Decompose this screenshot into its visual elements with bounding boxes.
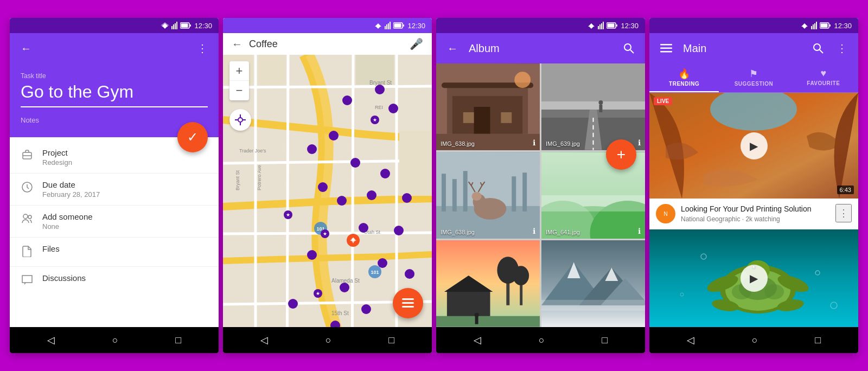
menu-fab[interactable] (393, 288, 423, 318)
status-icons-1 (161, 22, 191, 29)
photo-6[interactable] (541, 240, 645, 327)
battery-icon-2 (393, 22, 404, 29)
search-button-4[interactable] (810, 41, 826, 56)
zoom-in-button[interactable]: + (229, 61, 249, 81)
back-button-1[interactable]: ← (18, 40, 34, 57)
svg-text:Bryant St: Bryant St (235, 170, 240, 190)
svg-point-12 (23, 214, 28, 219)
back-nav-1[interactable]: ◁ (39, 332, 63, 348)
home-nav-3[interactable]: ○ (530, 332, 553, 348)
play-button-1[interactable]: ▶ (741, 132, 768, 159)
signal-icon (171, 22, 178, 29)
svg-rect-7 (181, 24, 188, 28)
bottom-nav-3: ◁ ○ □ (436, 327, 645, 353)
video-1-thumb[interactable]: LIVE ▶ 6:43 (649, 93, 858, 199)
map-pin-5 (307, 144, 317, 154)
svg-rect-82 (512, 176, 516, 212)
map-pin-10 (367, 190, 376, 200)
task-item-discussions[interactable]: Discussions (10, 267, 219, 295)
home-nav-4[interactable]: ○ (743, 332, 767, 348)
map-pin-8 (318, 182, 328, 192)
task-item-addsomeone[interactable]: Add someone None (10, 206, 219, 238)
crosshair-icon (235, 114, 246, 125)
video-1-title: Looking For Your Dvd Printing Solution (681, 204, 830, 214)
app-bar-3: ← Album (436, 33, 645, 63)
locate-button[interactable] (229, 109, 251, 131)
svg-text:Potrero Ave: Potrero Ave (257, 165, 262, 190)
photo-2[interactable]: IMG_639.jpg ℹ (541, 63, 645, 150)
recent-nav-4[interactable]: □ (806, 332, 829, 348)
map-pin-13 (394, 226, 404, 235)
svg-rect-122 (829, 24, 831, 27)
svg-point-75 (598, 100, 603, 105)
photo-3[interactable]: IMG_638.jpg ℹ (436, 152, 540, 239)
addsomeone-content: Add someone None (42, 212, 93, 231)
back-button-3[interactable]: ← (445, 40, 460, 57)
wifi-icon-3 (587, 22, 596, 29)
back-nav-3[interactable]: ◁ (465, 332, 490, 348)
svg-marker-14 (375, 23, 381, 29)
video-more-1[interactable]: ⋮ (835, 204, 852, 222)
tab-trending[interactable]: 🔥 TRENDING (649, 63, 719, 92)
task-item-files[interactable]: Files (10, 238, 219, 267)
recent-nav-1[interactable]: □ (167, 332, 190, 348)
menu-icon (402, 298, 414, 308)
wifi-icon-2 (374, 22, 382, 29)
svg-text:Trader Joe's: Trader Joe's (239, 148, 266, 153)
add-photo-fab[interactable]: + (606, 139, 636, 170)
svg-rect-65 (474, 107, 490, 134)
signal-icon-2 (385, 22, 391, 29)
duration-1: 6:43 (837, 186, 854, 194)
project-title: Project (42, 148, 72, 157)
video-2-thumb[interactable]: ▶ (649, 229, 858, 327)
svg-rect-52 (598, 26, 599, 29)
video-list: LIVE ▶ 6:43 N Looking For Your Dvd Print… (649, 93, 858, 327)
photo-5[interactable] (436, 240, 540, 327)
tab-suggestion[interactable]: ⚑ SUGGESTION (719, 63, 788, 92)
map-pin-6 (350, 158, 360, 168)
photo-3-label: IMG_638.jpg (441, 229, 475, 235)
more-button-4[interactable]: ⋮ (834, 40, 850, 57)
photo-house-img (436, 240, 540, 327)
svg-point-43 (238, 118, 242, 122)
more-button-1[interactable]: ⋮ (195, 40, 210, 57)
favourite-icon: ♥ (820, 68, 826, 79)
microphone-icon[interactable]: 🎤 (410, 37, 423, 50)
recent-nav-3[interactable]: □ (593, 332, 616, 348)
photo-4-info: ℹ (638, 227, 641, 235)
check-fab[interactable]: ✓ (177, 122, 208, 152)
status-icons-2 (374, 22, 404, 29)
tab-favourite[interactable]: ♥ FAVOURITE (789, 63, 858, 92)
task-details: ✓ Project Redesign Due date February 2 (10, 137, 219, 327)
home-nav-1[interactable]: ○ (104, 332, 127, 348)
svg-marker-115 (801, 23, 808, 29)
file-icon (21, 245, 34, 260)
map-pin-20 (330, 321, 340, 327)
map-roads: Bryant St Bryant St Potrero Ave Alameda … (223, 55, 432, 327)
suggestion-icon: ⚑ (749, 68, 758, 80)
photo-1[interactable]: IMG_638.jpg ℹ (436, 63, 540, 150)
map-pin-2 (342, 95, 352, 105)
back-nav-2[interactable]: ◁ (252, 332, 277, 348)
recent-nav-2[interactable]: □ (380, 332, 403, 348)
back-button-2[interactable]: ← (232, 38, 242, 50)
svg-line-60 (630, 50, 634, 53)
zoom-out-button[interactable]: − (229, 81, 249, 100)
map-pin-star-3: ★ (321, 229, 329, 238)
back-nav-4[interactable]: ◁ (678, 332, 703, 348)
svg-rect-21 (403, 24, 404, 27)
photo-japanese-img (436, 63, 540, 150)
hamburger-icon (660, 44, 672, 53)
status-bar-4: 12:30 (649, 18, 858, 33)
home-nav-2[interactable]: ○ (317, 332, 340, 348)
search-input[interactable]: Coffee (249, 39, 403, 50)
search-button-3[interactable] (621, 41, 636, 56)
svg-point-106 (475, 313, 479, 317)
photo-2-label: IMG_639.jpg (546, 140, 580, 147)
task-item-duedate[interactable]: Due date February 28, 2017 (10, 174, 219, 206)
play-button-2[interactable]: ▶ (741, 265, 768, 292)
watching-count-1: · 2k watching (742, 215, 780, 223)
main-title: Main (683, 42, 802, 55)
menu-button-4[interactable] (658, 42, 674, 55)
photo-1-info: ℹ (533, 138, 535, 147)
